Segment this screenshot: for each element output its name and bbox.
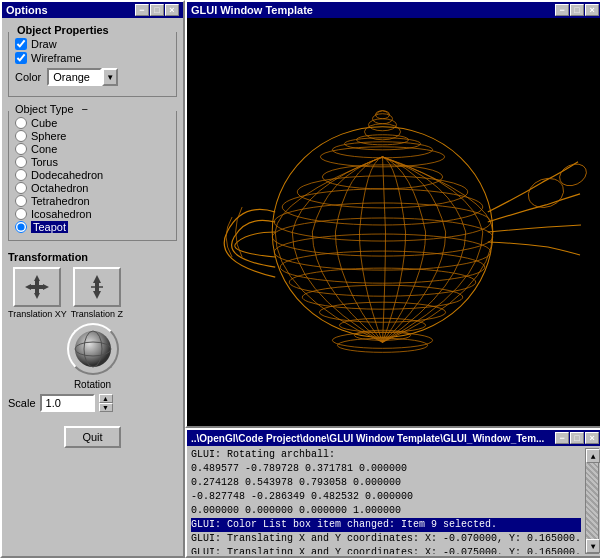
- glui-title-bar: GLUI Window Template − □ ×: [187, 2, 600, 18]
- color-select-wrapper: Orange ▼: [47, 68, 118, 86]
- options-title-label: Options: [6, 4, 48, 16]
- options-maximize-btn[interactable]: □: [150, 4, 164, 16]
- radio-dodecahedron: Dodecahedron: [15, 169, 170, 181]
- draw-checkbox[interactable]: [15, 38, 27, 50]
- console-title-bar: ..\OpenGl\Code Project\done\GLUI Window …: [187, 430, 600, 446]
- translation-xy-label: Translation XY: [8, 309, 67, 319]
- radio-sphere-input[interactable]: [15, 130, 27, 142]
- color-select-arrow[interactable]: ▼: [102, 68, 118, 86]
- console-scrollbar: ▲ ▼: [585, 448, 599, 554]
- console-minimize-btn[interactable]: −: [555, 432, 569, 444]
- rotation-btn[interactable]: [67, 323, 119, 375]
- svg-marker-1: [34, 293, 40, 299]
- options-minimize-btn[interactable]: −: [135, 4, 149, 16]
- radio-octahedron-input[interactable]: [15, 182, 27, 194]
- glui-maximize-btn[interactable]: □: [570, 4, 584, 16]
- wireframe-checkbox[interactable]: [15, 52, 27, 64]
- scrollbar-up-btn[interactable]: ▲: [586, 449, 600, 463]
- console-text-area: GLUI: Rotating archball: 0.489577 -0.789…: [191, 448, 581, 554]
- console-line: GLUI: Translating X and Y coordinates: X…: [191, 532, 581, 546]
- scale-input[interactable]: [40, 394, 95, 412]
- rotation-icon: [73, 329, 113, 369]
- translation-z-label: Translation Z: [71, 309, 123, 319]
- svg-point-10: [75, 331, 111, 367]
- console-line: 0.489577 -0.789728 0.371781 0.000000: [191, 462, 581, 476]
- scrollbar-track[interactable]: [586, 463, 598, 539]
- radio-dodecahedron-label: Dodecahedron: [31, 169, 103, 181]
- glui-canvas[interactable]: [187, 18, 600, 426]
- svg-marker-0: [34, 275, 40, 281]
- radio-icosahedron-input[interactable]: [15, 208, 27, 220]
- radio-tetrahedron-input[interactable]: [15, 195, 27, 207]
- radio-cone: Cone: [15, 143, 170, 155]
- quit-button[interactable]: Quit: [64, 426, 120, 448]
- object-properties-group: Object Properties Draw Wireframe Color O…: [8, 32, 177, 97]
- svg-point-17: [274, 203, 491, 241]
- teapot-wireframe: [187, 18, 600, 426]
- console-title-label: ..\OpenGl\Code Project\done\GLUI Window …: [191, 433, 544, 444]
- radio-cube: Cube: [15, 117, 170, 129]
- radio-sphere: Sphere: [15, 130, 170, 142]
- svg-point-27: [556, 160, 590, 190]
- scale-down-btn[interactable]: ▼: [99, 403, 113, 412]
- radio-cone-label: Cone: [31, 143, 57, 155]
- scale-up-btn[interactable]: ▲: [99, 394, 113, 403]
- svg-marker-7: [93, 291, 101, 299]
- radio-cube-input[interactable]: [15, 117, 27, 129]
- console-line: GLUI: Rotating archball:: [191, 448, 581, 462]
- object-type-group: Object Type − Cube Sphere Cone: [8, 111, 177, 241]
- glui-minimize-btn[interactable]: −: [555, 4, 569, 16]
- console-line: GLUI: Translating X and Y coordinates: X…: [191, 546, 581, 554]
- svg-point-14: [322, 165, 442, 189]
- scale-spinner: ▲ ▼: [99, 394, 113, 412]
- transform-buttons: Translation XY Translation: [8, 267, 177, 319]
- translation-xy-btn[interactable]: [13, 267, 61, 307]
- translation-z-btn[interactable]: [73, 267, 121, 307]
- options-title-bar: Options − □ ×: [2, 2, 183, 18]
- radio-dodecahedron-input[interactable]: [15, 169, 27, 181]
- rotation-group: Rotation: [8, 323, 177, 390]
- object-properties-label: Object Properties: [15, 24, 111, 36]
- transformation-section: Transformation: [8, 251, 177, 416]
- color-label: Color: [15, 71, 41, 83]
- wireframe-row: Wireframe: [15, 52, 170, 64]
- color-row: Color Orange ▼: [15, 68, 170, 86]
- console-line: -0.827748 -0.286349 0.482532 0.000000: [191, 490, 581, 504]
- options-title-controls: − □ ×: [135, 4, 179, 16]
- radio-tetrahedron-label: Tetrahedron: [31, 195, 90, 207]
- object-type-label: Object Type: [13, 103, 76, 115]
- svg-point-16: [282, 189, 483, 225]
- color-select-field[interactable]: Orange: [47, 68, 102, 86]
- radio-torus-input[interactable]: [15, 156, 27, 168]
- svg-marker-2: [25, 284, 31, 290]
- scrollbar-down-btn[interactable]: ▼: [586, 539, 600, 553]
- svg-rect-5: [31, 285, 43, 289]
- radio-torus-label: Torus: [31, 156, 58, 168]
- glui-close-btn[interactable]: ×: [585, 4, 599, 16]
- radio-cube-label: Cube: [31, 117, 57, 129]
- console-maximize-btn[interactable]: □: [570, 432, 584, 444]
- translation-xy-group: Translation XY: [8, 267, 67, 319]
- scale-row: Scale ▲ ▼: [8, 394, 177, 412]
- radio-tetrahedron: Tetrahedron: [15, 195, 170, 207]
- glui-window: GLUI Window Template − □ ×: [185, 0, 600, 428]
- console-close-btn[interactable]: ×: [585, 432, 599, 444]
- translation-xy-icon: [23, 273, 51, 301]
- glui-title-label: GLUI Window Template: [191, 4, 313, 16]
- radio-teapot: Teapot: [15, 221, 170, 233]
- radio-teapot-label: Teapot: [31, 221, 68, 233]
- radio-cone-input[interactable]: [15, 143, 27, 155]
- console-title-controls: − □ ×: [555, 432, 599, 444]
- right-side: GLUI Window Template − □ ×: [185, 0, 600, 558]
- rotation-label: Rotation: [74, 379, 111, 390]
- radio-sphere-label: Sphere: [31, 130, 66, 142]
- radio-teapot-input[interactable]: [15, 221, 27, 233]
- svg-marker-6: [93, 275, 101, 283]
- options-close-btn[interactable]: ×: [165, 4, 179, 16]
- console-content: GLUI: Rotating archball: 0.489577 -0.789…: [187, 446, 600, 556]
- object-type-dash: −: [82, 103, 88, 115]
- svg-point-18: [272, 218, 493, 256]
- console-line: GLUI: Color List box item changed: Item …: [191, 518, 581, 532]
- object-type-radios: Cube Sphere Cone Torus: [15, 117, 170, 233]
- draw-label: Draw: [31, 38, 57, 50]
